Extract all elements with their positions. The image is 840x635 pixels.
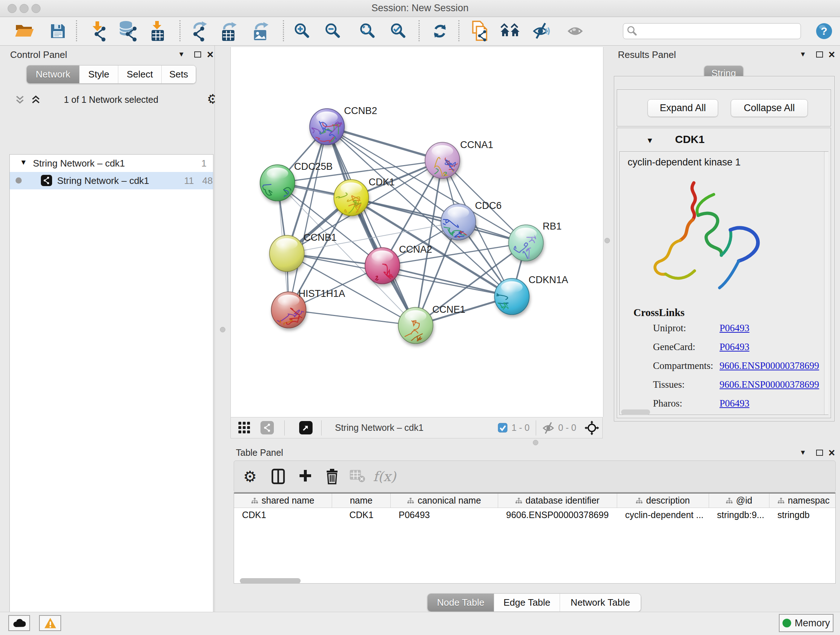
table-cell[interactable]: 9606.ENSP00000378699 xyxy=(498,508,617,523)
import-network-file-button[interactable] xyxy=(87,19,110,43)
node-RB1[interactable]: RB1 xyxy=(508,221,562,268)
column-header-namespac[interactable]: namespac xyxy=(769,494,836,508)
node-CCNA1[interactable]: CCNA1 xyxy=(425,139,493,188)
splitter-handle[interactable] xyxy=(605,238,610,243)
network-view-badge-icon[interactable] xyxy=(261,421,274,434)
node-table: shared namenamecanonical namedatabase id… xyxy=(234,492,836,584)
column-header-shared-name[interactable]: shared name xyxy=(234,494,332,508)
tab-style[interactable]: Style xyxy=(79,65,118,83)
crosslink-pharos-link[interactable]: P06493 xyxy=(720,398,750,409)
tab-network-table[interactable]: Network Table xyxy=(560,594,641,611)
grid-view-icon[interactable] xyxy=(238,422,251,434)
edge-CCNB2-CCNA1[interactable] xyxy=(327,127,442,160)
panel-menu-icon[interactable]: ▼ xyxy=(799,448,806,456)
tree-expander-icon[interactable]: ▼ xyxy=(20,158,27,166)
import-table-file-button[interactable] xyxy=(146,19,169,43)
crosslink-genecard-link[interactable]: P06493 xyxy=(720,341,750,353)
node-CDKN1A[interactable]: CDKN1A xyxy=(480,274,568,324)
column-header-name[interactable]: name xyxy=(332,494,391,508)
results-horizontal-scrollbar[interactable] xyxy=(621,409,650,415)
network-row-selected[interactable]: String Network – cdk1 11 48 xyxy=(10,172,213,189)
gene-collapse-icon[interactable]: ▼ xyxy=(646,136,654,145)
tab-edge-table[interactable]: Edge Table xyxy=(494,594,560,611)
clone-network-button[interactable] xyxy=(468,19,491,43)
panel-float-icon[interactable] xyxy=(816,450,823,456)
zoom-selected-button[interactable] xyxy=(387,19,410,43)
splitter-handle[interactable] xyxy=(533,440,538,445)
tab-network[interactable]: Network xyxy=(27,65,79,83)
column-header-database-identifier[interactable]: database identifier xyxy=(498,494,617,508)
delete-table-icon[interactable] xyxy=(346,461,369,492)
tab-sets[interactable]: Sets xyxy=(161,65,196,83)
open-session-button[interactable] xyxy=(13,19,36,43)
search-input[interactable] xyxy=(638,26,797,36)
add-column-icon[interactable] xyxy=(294,461,317,492)
import-network-database-button[interactable] xyxy=(116,19,139,43)
edge-CCNB2-HIST1H1A[interactable] xyxy=(289,127,327,310)
export-network-button[interactable] xyxy=(188,19,211,43)
zoom-fit-button[interactable] xyxy=(356,19,379,43)
table-cell[interactable]: stringdb:9... xyxy=(709,508,769,523)
panel-float-icon[interactable] xyxy=(816,51,823,57)
column-header-description[interactable]: description xyxy=(617,494,709,508)
table-cell[interactable]: cyclin-dependent ... xyxy=(617,508,709,523)
cloud-status-button[interactable] xyxy=(8,615,30,631)
panel-close-icon[interactable]: × xyxy=(829,49,835,60)
network-canvas[interactable]: CCNB2CCNA1CDC25BCDK1CDC6RB1CCNB1CCNA2CDK… xyxy=(231,47,603,417)
column-header-@id[interactable]: @id xyxy=(709,494,769,508)
open-in-window-icon[interactable] xyxy=(299,421,313,434)
crosslink-compartments-link[interactable]: 9606.ENSP00000378699 xyxy=(720,360,819,371)
hidden-eye-slash-icon[interactable] xyxy=(541,422,556,434)
table-cell[interactable]: P06493 xyxy=(391,508,498,523)
edge-HIST1H1A-CCNE1[interactable] xyxy=(289,310,416,325)
warnings-button[interactable] xyxy=(39,615,61,631)
panel-menu-icon[interactable]: ▼ xyxy=(799,50,806,58)
column-header-canonical-name[interactable]: canonical name xyxy=(391,494,498,508)
show-columns-icon[interactable] xyxy=(267,461,290,492)
node-HIST1H1A[interactable]: HIST1H1A xyxy=(264,288,345,344)
application-window: Session: New Session xyxy=(0,0,840,635)
crosslink-tissues-link[interactable]: 9606.ENSP00000378699 xyxy=(720,379,819,390)
toggle-birdseye-button[interactable] xyxy=(564,19,587,43)
collapse-all-button[interactable]: Collapse All xyxy=(731,99,808,117)
zoom-out-button[interactable] xyxy=(322,19,345,43)
export-table-button[interactable] xyxy=(217,19,240,43)
save-session-button[interactable] xyxy=(46,19,69,43)
expand-all-button[interactable]: Expand All xyxy=(647,99,718,117)
memory-button[interactable]: Memory xyxy=(779,614,834,632)
expand-collapse-bar: Expand All Collapse All xyxy=(617,89,831,126)
zoom-in-button[interactable] xyxy=(291,19,314,43)
function-builder-icon[interactable]: f(x) xyxy=(373,461,396,492)
node-CDC6[interactable]: CDC6 xyxy=(428,200,501,246)
hide-panels-button[interactable] xyxy=(530,19,553,43)
vertical-splitter-left[interactable] xyxy=(215,46,231,612)
panel-menu-icon[interactable]: ▼ xyxy=(178,50,185,58)
delete-column-trash-icon[interactable] xyxy=(321,461,344,492)
crosslink-uniprot-link[interactable]: P06493 xyxy=(720,323,750,334)
tab-select[interactable]: Select xyxy=(118,65,161,83)
table-settings-gear-icon[interactable]: ⚙ xyxy=(238,461,262,492)
refresh-button[interactable] xyxy=(428,19,452,43)
node-CDK1[interactable]: CDK1 xyxy=(324,177,395,231)
node-CCNE1[interactable]: CCNE1 xyxy=(396,304,466,352)
table-horizontal-scrollbar[interactable] xyxy=(240,578,301,584)
tab-node-table[interactable]: Node Table xyxy=(428,594,494,611)
selected-checkbox-icon[interactable] xyxy=(498,423,508,432)
results-vertical-scrollbar[interactable] xyxy=(824,152,829,415)
table-cell[interactable]: CDK1 xyxy=(234,508,332,523)
fit-selected-crosshair-icon[interactable] xyxy=(584,421,599,435)
vertical-splitter-right[interactable] xyxy=(603,47,611,446)
toolbar-separator xyxy=(180,20,180,41)
network-collection-row[interactable]: ▼ String Network – cdk1 1 xyxy=(10,155,213,172)
splitter-handle[interactable] xyxy=(220,327,225,333)
panel-float-icon[interactable] xyxy=(194,51,201,57)
node-CCNA2[interactable]: CCNA2 xyxy=(364,244,432,288)
table-cell[interactable]: stringdb xyxy=(769,508,836,523)
export-image-button[interactable] xyxy=(249,19,272,43)
panel-close-icon[interactable]: × xyxy=(829,447,835,458)
show-all-panels-button[interactable] xyxy=(499,19,523,43)
table-row[interactable]: CDK1CDK1P064939606.ENSP00000378699cyclin… xyxy=(234,508,835,523)
help-button[interactable]: ? xyxy=(813,19,836,43)
table-cell[interactable]: CDK1 xyxy=(332,508,391,523)
panel-close-icon[interactable]: × xyxy=(207,49,213,60)
